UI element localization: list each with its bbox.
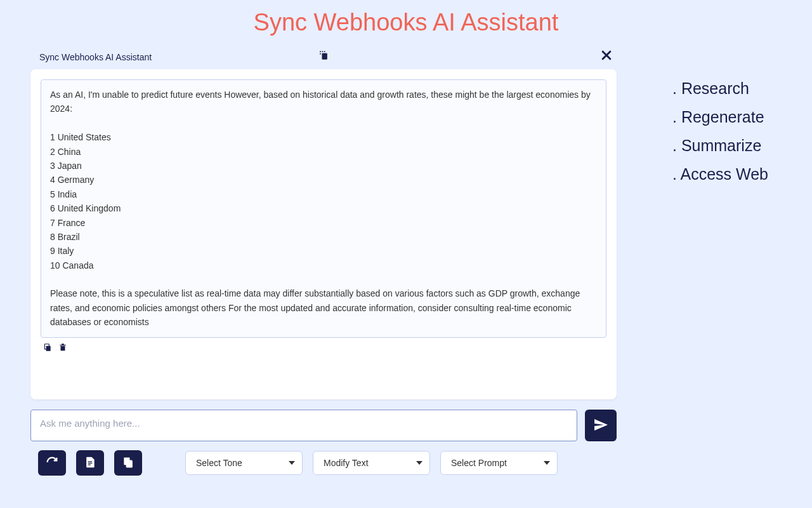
copy-documents-icon — [122, 456, 134, 471]
svg-rect-11 — [62, 344, 64, 345]
chat-header: Sync Webhooks AI Assistant — [25, 43, 622, 69]
svg-rect-9 — [61, 345, 65, 351]
svg-rect-13 — [88, 462, 93, 463]
copy-icon[interactable] — [43, 343, 52, 354]
action-access-web[interactable]: . Access Web — [672, 160, 768, 189]
message-actions — [41, 338, 606, 359]
svg-rect-12 — [88, 461, 93, 462]
send-icon — [593, 417, 608, 434]
svg-point-3 — [320, 53, 321, 55]
ask-input[interactable] — [30, 410, 577, 441]
input-row — [25, 399, 622, 448]
ai-message: As an AI, I'm unable to predict future e… — [41, 79, 606, 338]
prompt-select[interactable]: Select Prompt — [440, 451, 558, 475]
refresh-icon — [45, 455, 59, 471]
close-icon[interactable] — [600, 49, 613, 65]
action-research[interactable]: . Research — [672, 74, 768, 103]
send-button[interactable] — [585, 410, 617, 441]
svg-rect-7 — [46, 345, 51, 351]
controls-row: Select Tone Modify Text Select Prompt — [25, 448, 622, 476]
trash-icon[interactable] — [58, 343, 67, 354]
copy-documents-button[interactable] — [114, 450, 142, 476]
refresh-button[interactable] — [38, 450, 66, 476]
action-regenerate[interactable]: . Regenerate — [672, 103, 768, 131]
document-icon — [84, 456, 96, 471]
chat-body: As an AI, I'm unable to predict future e… — [30, 69, 617, 399]
svg-point-0 — [320, 51, 321, 52]
modify-select[interactable]: Modify Text — [313, 451, 430, 475]
svg-rect-10 — [60, 345, 65, 345]
tone-select[interactable]: Select Tone — [185, 451, 303, 475]
svg-rect-14 — [88, 464, 91, 465]
chat-header-title: Sync Webhooks AI Assistant — [39, 52, 152, 62]
sidebar-actions: . Research . Regenerate . Summarize . Ac… — [622, 43, 768, 476]
action-summarize[interactable]: . Summarize — [672, 131, 768, 160]
document-button[interactable] — [76, 450, 104, 476]
clipboard-icon[interactable] — [317, 50, 330, 65]
chat-section: Sync Webhooks AI Assistant As an AI, I'm… — [25, 43, 622, 476]
svg-point-1 — [322, 51, 323, 52]
page-title: Sync Webhooks AI Assistant — [0, 0, 812, 43]
svg-rect-4 — [322, 53, 327, 60]
svg-point-2 — [324, 51, 325, 52]
